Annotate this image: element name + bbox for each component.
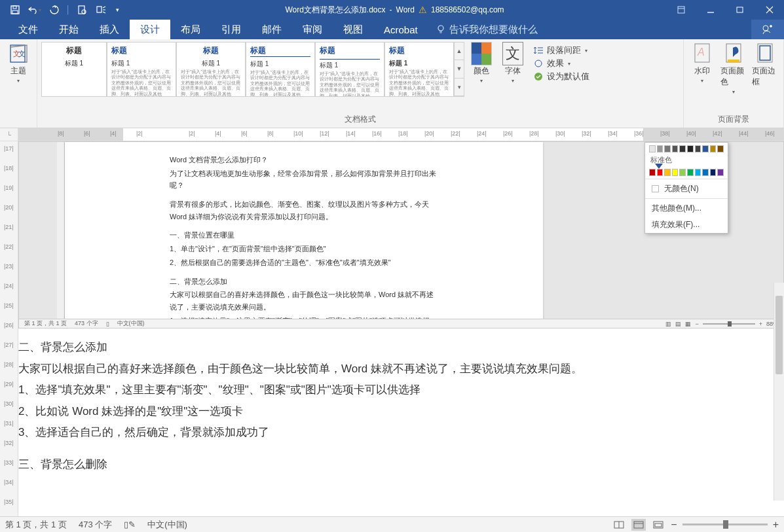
document-area: |17||18||19||20||21||22||23||24||25||26|…: [0, 141, 784, 516]
tab-layout[interactable]: 布局: [170, 20, 211, 39]
read-mode-button[interactable]: [612, 519, 626, 531]
tab-file[interactable]: 文件: [8, 20, 48, 39]
status-language[interactable]: 中文(中国): [147, 519, 187, 531]
zoom-in-button[interactable]: +: [773, 519, 779, 531]
color-swatch[interactable]: [687, 145, 694, 152]
warning-icon: ⚠: [419, 5, 427, 15]
tab-references[interactable]: 引用: [211, 20, 252, 39]
status-word-count[interactable]: 473 个字: [79, 519, 112, 531]
ruler-mark: |24|: [477, 130, 487, 137]
color-swatch[interactable]: [672, 145, 679, 152]
touch-mode-button[interactable]: [92, 0, 111, 20]
watermark-button[interactable]: A 水印▾: [688, 42, 717, 85]
zoom-out-button[interactable]: −: [671, 519, 677, 531]
themes-button[interactable]: 文文 主题 ▾: [4, 42, 33, 85]
gallery-down-button[interactable]: ▼: [455, 60, 464, 78]
effects-button[interactable]: 效果▾: [534, 58, 589, 69]
web-layout-button[interactable]: [651, 519, 665, 531]
gallery-more-button[interactable]: ▾: [455, 79, 464, 96]
gallery-up-button[interactable]: ▲: [455, 43, 464, 60]
style-set-item[interactable]: 标题 标题 1 对于"插入"选项卡上的库，在设计时都是为分配于其内容与文档整体外…: [176, 42, 246, 97]
more-colors-item[interactable]: 其他颜色(M)...: [645, 200, 728, 217]
save-button[interactable]: [5, 0, 25, 20]
ruler-mark: |36|: [634, 130, 644, 137]
title-bar: ▾ │ ▾ Word文档背景怎么添加.docx - Word ⚠ 1885865…: [0, 0, 784, 20]
fonts-icon: 文: [502, 42, 523, 65]
colors-button[interactable]: 颜色 ▾: [467, 42, 496, 85]
color-swatch[interactable]: [672, 169, 679, 176]
svg-rect-6: [678, 7, 684, 13]
zoom-thumb[interactable]: [723, 520, 728, 529]
ruler-mark: |32|: [582, 130, 591, 137]
fill-effects-item[interactable]: 填充效果(F)...: [645, 217, 728, 233]
redo-button[interactable]: [45, 0, 64, 20]
color-swatch[interactable]: [664, 145, 671, 152]
tab-acrobat[interactable]: Acrobat: [373, 20, 428, 39]
style-set-item[interactable]: 标题 标题 1 对于"插入"选项卡上的库，在设计时都是为分配于其内容与文档整体外…: [107, 42, 176, 97]
set-default-button[interactable]: 设为默认值: [534, 71, 589, 82]
color-swatch[interactable]: [657, 145, 663, 152]
status-page[interactable]: 第 1 页，共 1 页: [5, 519, 67, 531]
vruler-mark: |19|: [4, 185, 14, 191]
tab-home[interactable]: 开始: [48, 20, 89, 39]
page-borders-button[interactable]: 页面边框: [751, 42, 779, 89]
no-color-item[interactable]: 无颜色(N): [645, 181, 728, 197]
style-set-item[interactable]: 标题 标题 1 对于"插入"选项卡上的库，在设计时都是为分配于其内容与文档整体外…: [315, 42, 384, 97]
color-swatch[interactable]: [710, 169, 717, 176]
tab-mailings[interactable]: 邮件: [252, 20, 292, 39]
svg-text:文: 文: [18, 50, 26, 58]
print-preview-button[interactable]: [72, 0, 92, 20]
color-swatch[interactable]: [710, 145, 717, 152]
vertical-ruler[interactable]: |17||18||19||20||21||22||23||24||25||26|…: [0, 141, 18, 516]
color-swatch[interactable]: [664, 169, 671, 176]
svg-rect-7: [737, 7, 743, 12]
page-color-dropdown[interactable]: 标准色 无颜色(N) 其他颜色(M)... 填充效果(F)...: [644, 142, 728, 234]
app-name: Word: [396, 5, 415, 14]
status-proofing-icon[interactable]: ▯✎: [124, 520, 136, 529]
themes-icon: 文文: [8, 43, 29, 64]
color-swatch[interactable]: [717, 145, 724, 152]
style-set-item[interactable]: 标题 标题 1 对于"插入"选项卡上的库，在设计时都是为分配于其内容与文档整体外…: [384, 42, 454, 97]
undo-button[interactable]: ▾: [25, 0, 45, 20]
style-set-gallery[interactable]: 标题 标题 1 标题 标题 1 对于"插入"选项卡上的库，在设计时都是为分配于其…: [41, 42, 464, 97]
ribbon-display-button[interactable]: [666, 0, 696, 20]
fonts-label: 字体: [505, 65, 521, 77]
ruler-mark: |16|: [372, 130, 382, 137]
color-swatch[interactable]: [717, 169, 724, 176]
ruler-mark: |8|: [267, 130, 274, 137]
color-swatch[interactable]: [679, 145, 686, 152]
color-swatch[interactable]: [702, 145, 709, 152]
tab-insert[interactable]: 插入: [89, 20, 130, 39]
page-color-button[interactable]: 页面颜色▾: [719, 42, 748, 96]
paragraph-spacing-button[interactable]: 段落间距▾: [534, 44, 589, 56]
vruler-mark: |29|: [4, 381, 14, 387]
inner-page: Word 文档背景怎么添加打印？ 为了让文档表现地更加生动形象，经常会添加背景，…: [65, 142, 543, 320]
qat-customize-button[interactable]: ▾: [111, 0, 123, 20]
style-set-item[interactable]: 标题 标题 1 对于"插入"选项卡上的库，在设计时都是为分配于其内容与文档整体外…: [246, 42, 315, 97]
color-swatch[interactable]: [679, 169, 686, 176]
color-swatch[interactable]: [702, 169, 709, 176]
style-set-item[interactable]: 标题 标题 1: [41, 42, 107, 97]
color-swatch[interactable]: [695, 145, 701, 152]
share-button[interactable]: [751, 20, 784, 39]
document-body[interactable]: 二、背景怎么添加 大家可以根据自己的喜好来选择颜色，由于颜色这一块比较简单，Wo…: [18, 338, 771, 476]
tell-me-search[interactable]: 告诉我你想要做什么: [428, 20, 546, 39]
color-swatch[interactable]: [687, 169, 694, 176]
print-layout-button[interactable]: [631, 519, 646, 531]
color-swatch[interactable]: [649, 145, 656, 152]
tab-view[interactable]: 视图: [333, 20, 373, 39]
tab-design[interactable]: 设计: [130, 20, 170, 39]
vertical-scrollbar[interactable]: [774, 283, 784, 501]
fonts-button[interactable]: 文 字体 ▾: [498, 42, 527, 85]
close-button[interactable]: [755, 0, 784, 20]
tab-review[interactable]: 审阅: [292, 20, 333, 39]
scrollbar-thumb[interactable]: [775, 296, 783, 374]
maximize-button[interactable]: [725, 0, 755, 20]
horizontal-ruler[interactable]: └ |8||6||4||2| |2||4||6||8||10||12||14||…: [0, 128, 784, 141]
minimize-button[interactable]: [696, 0, 725, 20]
zoom-slider[interactable]: [682, 523, 768, 525]
color-swatch[interactable]: [695, 169, 701, 176]
ruler-mark: |42|: [713, 130, 722, 137]
ruler-mark: |2|: [189, 130, 195, 137]
page-canvas[interactable]: Word 文档背景怎么添加打印？ 为了让文档表现地更加生动形象，经常会添加背景，…: [18, 141, 784, 516]
